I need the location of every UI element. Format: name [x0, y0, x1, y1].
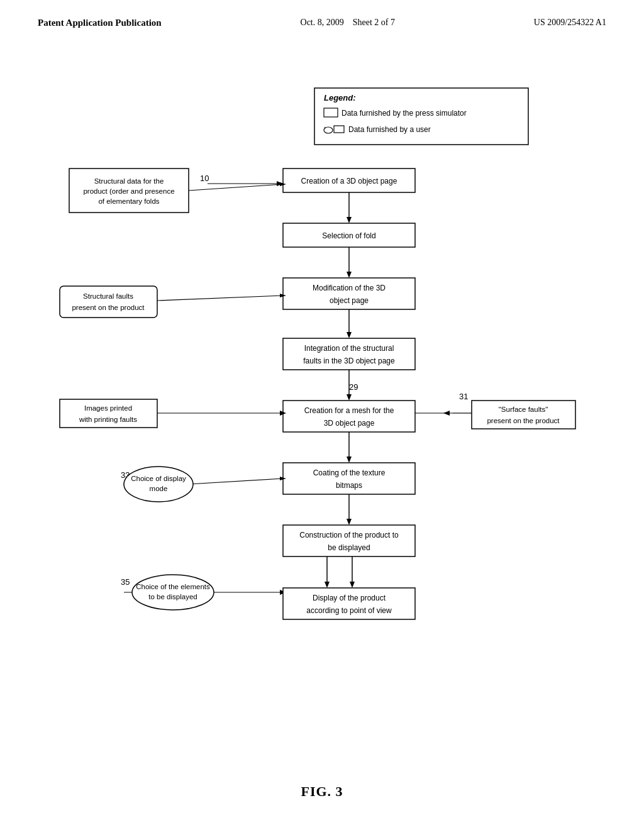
svg-text:according to point of view: according to point of view	[306, 606, 392, 615]
svg-text:3D object page: 3D object page	[324, 419, 375, 428]
diagram-container: Legend: Data furnished by the press simu…	[0, 82, 644, 773]
svg-rect-63	[472, 401, 575, 429]
svg-text:,: ,	[324, 121, 326, 129]
svg-text:faults in the 3D object page: faults in the 3D object page	[303, 357, 395, 365]
header-left: Patent Application Publication	[38, 18, 162, 28]
svg-text:Images printed: Images printed	[84, 404, 132, 412]
svg-text:10: 10	[200, 174, 209, 183]
svg-text:Construction of the product to: Construction of the product to	[299, 531, 399, 540]
svg-text:with printing faults: with printing faults	[79, 416, 137, 423]
svg-rect-2	[324, 108, 338, 117]
svg-marker-20	[347, 217, 352, 223]
svg-text:be displayed: be displayed	[328, 543, 370, 552]
svg-marker-67	[347, 456, 352, 463]
svg-text:present on the product: present on the product	[72, 304, 145, 311]
svg-text:bitmaps: bitmaps	[336, 481, 362, 490]
svg-text:product (order and presence: product (order and presence	[83, 187, 174, 195]
svg-text:35: 35	[121, 577, 130, 587]
svg-text:to be displayed: to be displayed	[148, 593, 197, 600]
svg-text:Legend:: Legend:	[324, 93, 356, 102]
svg-text:Data furnished by a user: Data furnished by a user	[348, 125, 431, 134]
svg-rect-36	[60, 286, 157, 318]
svg-text:of elementary folds: of elementary folds	[98, 197, 159, 205]
svg-marker-90	[350, 582, 355, 588]
svg-text:Creation for a mesh for the: Creation for a mesh for the	[304, 406, 394, 415]
svg-marker-81	[347, 519, 352, 525]
svg-text:31: 31	[459, 392, 468, 401]
header-center: Oct. 8, 2009 Sheet 2 of 7	[301, 18, 395, 28]
svg-text:Creation of a 3D object page: Creation of a 3D object page	[301, 177, 397, 185]
svg-marker-62	[443, 411, 450, 416]
svg-text:object page: object page	[330, 296, 369, 305]
svg-text:29: 29	[349, 382, 358, 392]
svg-text:mode: mode	[150, 485, 168, 492]
svg-line-34	[157, 296, 283, 301]
svg-text:Choice of the elements: Choice of the elements	[136, 583, 210, 590]
svg-text:Selection of fold: Selection of fold	[322, 231, 375, 240]
svg-text:Structural faults: Structural faults	[83, 292, 133, 300]
svg-text:Choice of display: Choice of display	[131, 475, 186, 482]
page-header: Patent Application Publication Oct. 8, 2…	[0, 0, 644, 28]
svg-text:"Surface faults": "Surface faults"	[499, 406, 548, 413]
svg-text:Display of the product: Display of the product	[313, 594, 386, 602]
header-right: US 2009/254322 A1	[534, 18, 606, 28]
svg-line-103	[189, 184, 283, 191]
svg-text:Data furnished by the press si: Data furnished by the press simulator	[341, 109, 467, 118]
svg-rect-56	[60, 399, 157, 428]
svg-rect-6	[334, 126, 344, 133]
svg-marker-88	[325, 582, 330, 588]
svg-line-75	[189, 479, 283, 484]
svg-marker-40	[347, 332, 352, 338]
svg-text:Integration of the structural: Integration of the structural	[304, 344, 394, 353]
svg-text:Coating of the texture: Coating of the texture	[313, 468, 386, 477]
svg-marker-26	[347, 272, 352, 278]
svg-text:Modification of the 3D: Modification of the 3D	[313, 284, 386, 292]
svg-marker-47	[347, 394, 352, 401]
svg-text:present on the product: present on the product	[487, 417, 560, 424]
svg-point-95	[132, 575, 214, 610]
svg-point-77	[124, 467, 193, 502]
fig-label: FIG. 3	[0, 783, 644, 800]
svg-text:Structural data for the: Structural data for the	[94, 177, 164, 185]
